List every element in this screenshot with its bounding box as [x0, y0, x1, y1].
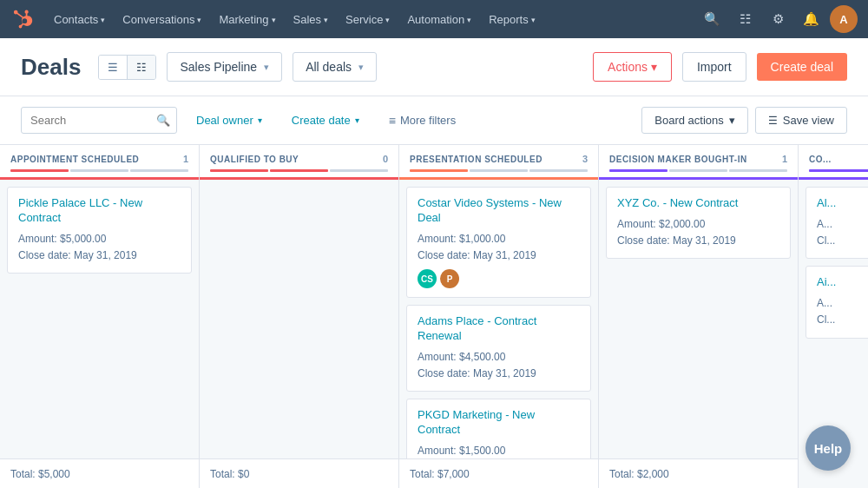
column-name: DECISION MAKER BOUGHT-IN [609, 155, 747, 164]
deal-card[interactable]: PKGD Marketing - New ContractAmount: $1,… [406, 399, 591, 458]
board-view-button[interactable]: ☷ [128, 56, 155, 79]
board-column: PRESENTATION SCHEDULED3Costar Video Syst… [399, 145, 599, 488]
deal-detail: Amount: $1,500.00Close date: May 31, 201… [418, 443, 580, 458]
board-actions-button[interactable]: Board actions ▾ [641, 107, 748, 134]
nav-automation[interactable]: Automation ▾ [398, 0, 480, 38]
nav-conversations[interactable]: Conversations ▾ [114, 0, 210, 38]
board-column: QUALIFIED TO BUY0Total: $0 [200, 145, 399, 488]
import-button[interactable]: Import [682, 52, 746, 82]
stage-bar [70, 169, 128, 172]
deal-avatars: CSP [418, 269, 580, 288]
deal-card[interactable]: Costar Video Systems - New DealAmount: $… [406, 187, 591, 298]
nav-contacts[interactable]: Contacts ▾ [45, 0, 114, 38]
chevron-down-icon: ▾ [467, 16, 471, 24]
deal-detail: Amount: $2,000.00Close date: May 31, 201… [617, 216, 779, 249]
stage-bar [529, 169, 588, 172]
deal-name[interactable]: Ai... [817, 275, 868, 290]
nav-right-icons: 🔍 ☷ ⚙ 🔔 A [698, 5, 858, 33]
deal-name[interactable]: PKGD Marketing - New Contract [418, 408, 580, 438]
board-column: DECISION MAKER BOUGHT-IN1XYZ Co. - New C… [599, 145, 799, 488]
avatar[interactable]: A [830, 5, 858, 33]
page-header: Deals ☰ ☷ Sales Pipeline ▾ All deals ▾ A… [0, 38, 868, 96]
column-name: QUALIFIED TO BUY [210, 155, 299, 164]
avatar: P [440, 269, 459, 288]
chevron-down-icon: ▾ [531, 16, 536, 24]
column-total: Total: $2,000 [599, 458, 798, 488]
filter-right: Board actions ▾ ☰ Save view [641, 107, 847, 134]
column-count: 0 [383, 154, 388, 164]
nav-marketing[interactable]: Marketing ▾ [210, 0, 284, 38]
filter-bar: 🔍 Deal owner ▾ Create date ▾ ≡ More filt… [0, 96, 868, 145]
filter-select[interactable]: All deals ▾ [293, 52, 377, 82]
deal-owner-filter-button[interactable]: Deal owner ▾ [186, 108, 273, 133]
chevron-down-icon: ▾ [272, 16, 276, 24]
deal-name[interactable]: Al... [817, 196, 868, 211]
deal-card[interactable]: Ai...A...Cl... [806, 266, 868, 338]
notifications-icon[interactable]: 🔔 [797, 5, 825, 33]
column-name: APPOINTMENT SCHEDULED [10, 155, 139, 164]
save-view-button[interactable]: ☰ Save view [755, 107, 847, 134]
deal-card[interactable]: Al...A...Cl... [806, 187, 868, 259]
nav-service[interactable]: Service ▾ [337, 0, 398, 38]
search-wrapper: 🔍 [21, 107, 177, 134]
more-filters-button[interactable]: ≡ More filters [378, 108, 466, 134]
deal-detail: Amount: $5,000.00Close date: May 31, 201… [18, 231, 181, 264]
pipeline-select[interactable]: Sales Pipeline ▾ [167, 52, 282, 82]
create-deal-button[interactable]: Create deal [757, 53, 847, 81]
stage-bar [10, 169, 69, 172]
deal-name[interactable]: Adams Place - Contract Renewal [418, 314, 580, 344]
pipeline-dropdown-button[interactable]: Sales Pipeline ▾ [167, 52, 282, 82]
chevron-down-icon: ▾ [355, 115, 359, 125]
filter-dropdown-button[interactable]: All deals ▾ [293, 52, 377, 82]
deal-detail: Amount: $1,000.00Close date: May 31, 201… [418, 231, 580, 264]
column-body: Pickle Palace LLC - New ContractAmount: … [0, 180, 199, 458]
chevron-down-icon: ▾ [324, 16, 328, 24]
hubspot-logo[interactable] [10, 5, 38, 33]
chevron-down-icon: ▾ [101, 16, 105, 24]
chevron-down-icon: ▾ [385, 16, 390, 24]
nav-reports[interactable]: Reports ▾ [480, 0, 544, 38]
column-name: PRESENTATION SCHEDULED [410, 155, 542, 164]
deal-card[interactable]: XYZ Co. - New ContractAmount: $2,000.00C… [606, 187, 791, 259]
deal-name[interactable]: Pickle Palace LLC - New Contract [18, 196, 181, 226]
create-date-filter-button[interactable]: Create date ▾ [281, 108, 370, 133]
nav-items: Contacts ▾ Conversations ▾ Marketing ▾ S… [45, 0, 698, 38]
deal-card[interactable]: Pickle Palace LLC - New ContractAmount: … [7, 187, 192, 274]
marketplace-icon[interactable]: ☷ [731, 5, 759, 33]
stage-bar [609, 169, 667, 172]
column-count: 3 [582, 154, 588, 164]
board-column: APPOINTMENT SCHEDULED1Pickle Palace LLC … [0, 145, 200, 488]
column-name: CO... [809, 155, 832, 164]
list-view-button[interactable]: ☰ [99, 56, 128, 79]
view-toggle: ☰ ☷ [98, 55, 156, 80]
column-total: Total: $5,000 [0, 458, 199, 488]
save-icon: ☰ [768, 115, 778, 127]
stage-bar [729, 169, 787, 172]
stage-bar [130, 169, 188, 172]
actions-button[interactable]: Actions ▾ [593, 52, 672, 82]
stage-bar [669, 169, 727, 172]
chevron-down-icon: ▾ [264, 62, 269, 73]
deal-name[interactable]: Costar Video Systems - New Deal [418, 196, 580, 226]
deal-name[interactable]: XYZ Co. - New Contract [617, 196, 779, 211]
column-body [200, 180, 398, 458]
page-title: Deals [21, 54, 81, 81]
search-icon[interactable]: 🔍 [698, 5, 726, 33]
column-body: Costar Video Systems - New DealAmount: $… [399, 180, 598, 458]
settings-icon[interactable]: ⚙ [764, 5, 792, 33]
chevron-down-icon: ▾ [358, 62, 364, 73]
deal-card[interactable]: Adams Place - Contract RenewalAmount: $4… [406, 305, 591, 392]
stage-bar [270, 169, 328, 172]
column-total: Total: $7,000 [399, 458, 598, 488]
top-navigation: Contacts ▾ Conversations ▾ Marketing ▾ S… [0, 0, 868, 38]
avatar: CS [418, 269, 437, 288]
chevron-down-icon: ▾ [729, 114, 735, 127]
deal-detail: A...Cl... [817, 216, 868, 249]
deal-detail: A...Cl... [817, 295, 868, 328]
nav-sales[interactable]: Sales ▾ [285, 0, 338, 38]
column-count: 1 [782, 154, 787, 164]
stage-bar [210, 169, 268, 172]
search-input[interactable] [21, 107, 177, 134]
help-button[interactable]: Help [806, 425, 851, 471]
column-total: Total: $0 [200, 458, 398, 488]
